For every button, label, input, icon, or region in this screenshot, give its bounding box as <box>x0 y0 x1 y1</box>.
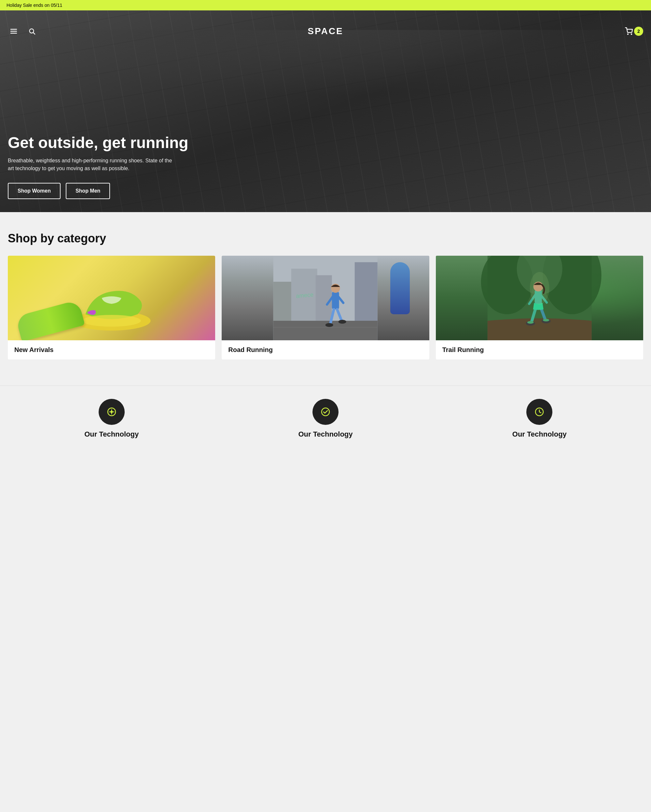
svg-rect-17 <box>332 292 339 309</box>
svg-point-6 <box>631 34 632 35</box>
trail-running-label: Trail Running <box>436 340 643 359</box>
announcement-bar: Holiday Sale ends on 05/11 <box>0 0 651 11</box>
tech-card-3: Our Technology <box>436 399 643 441</box>
search-button[interactable] <box>26 25 38 37</box>
cart-button[interactable]: 2 <box>625 27 643 36</box>
svg-line-4 <box>33 32 35 34</box>
site-logo[interactable]: SPACE <box>307 26 343 37</box>
hero-content: Get outside, get running Breathable, wei… <box>8 134 643 199</box>
svg-point-8 <box>83 315 141 327</box>
tech-icon-1 <box>99 399 125 425</box>
trail-running-image <box>436 256 643 340</box>
header-left <box>8 25 38 37</box>
header-right: 2 <box>625 27 643 36</box>
tech-icon-3 <box>526 399 552 425</box>
shop-women-button[interactable]: Shop Women <box>8 183 61 199</box>
tech-card-1-title: Our Technology <box>8 430 215 438</box>
site-header: SPACE 2 <box>0 21 651 41</box>
tech-card-3-title: Our Technology <box>436 430 643 438</box>
svg-point-38 <box>542 319 549 321</box>
shop-men-button[interactable]: Shop Men <box>66 183 110 199</box>
category-card-trail-running[interactable]: Trail Running <box>436 256 643 359</box>
tech-card-2: Our Technology <box>222 399 429 441</box>
svg-point-5 <box>628 34 628 35</box>
category-card-road-running[interactable]: amece <box>222 256 429 359</box>
svg-point-39 <box>530 272 549 304</box>
tech-grid: Our Technology Our Technology Our Techno… <box>8 399 643 441</box>
road-running-image: amece <box>222 256 429 340</box>
technology-section: Our Technology Our Technology Our Techno… <box>0 386 651 448</box>
new-arrivals-image <box>8 256 215 340</box>
new-arrivals-label: New Arrivals <box>8 340 215 359</box>
tech-icon-2 <box>312 399 339 425</box>
road-running-label: Road Running <box>222 340 429 359</box>
svg-point-23 <box>326 323 333 327</box>
announcement-text: Holiday Sale ends on 05/11 <box>6 3 62 8</box>
svg-point-24 <box>339 320 346 324</box>
hero-section: SPACE 2 Get outside, get running Breatha… <box>0 11 651 212</box>
svg-point-37 <box>527 321 533 324</box>
hero-subtitle: Breathable, weightless and high-performi… <box>8 157 177 172</box>
category-section-title: Shop by category <box>8 232 643 245</box>
cart-count-badge: 2 <box>634 27 643 36</box>
category-grid: New Arrivals amece <box>8 256 643 359</box>
menu-button[interactable] <box>8 25 20 37</box>
tech-card-1: Our Technology <box>8 399 215 441</box>
svg-point-41 <box>322 408 329 416</box>
category-card-new-arrivals[interactable]: New Arrivals <box>8 256 215 359</box>
hero-buttons: Shop Women Shop Men <box>8 183 643 199</box>
svg-rect-15 <box>274 321 377 340</box>
tech-card-2-title: Our Technology <box>222 430 429 438</box>
category-section: Shop by category New Arrival <box>0 212 651 386</box>
hero-title: Get outside, get running <box>8 134 643 152</box>
